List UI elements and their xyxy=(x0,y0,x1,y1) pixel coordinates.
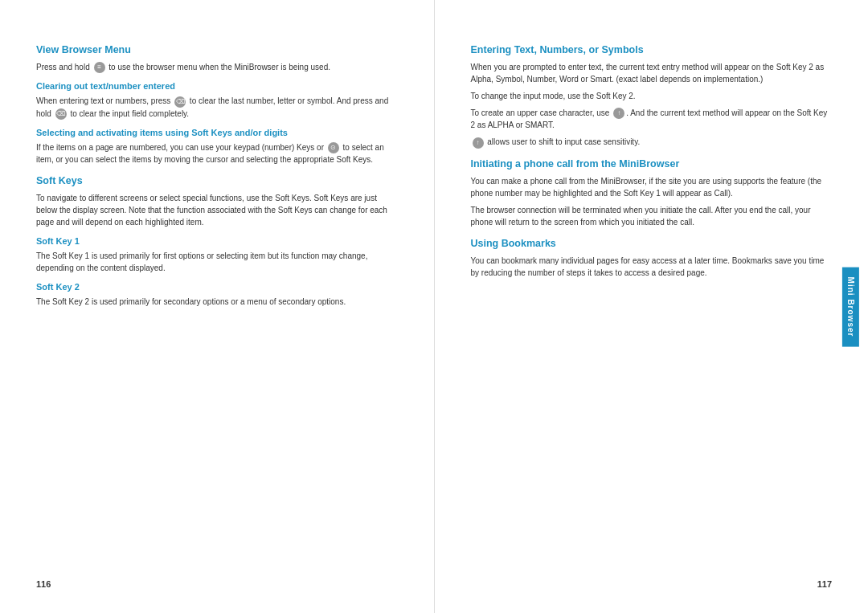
body-text-soft-key-1: The Soft Key 1 is used primarily for fir… xyxy=(36,250,398,274)
section-initiating-call: Initiating a phone call from the MiniBro… xyxy=(471,158,833,228)
section-title-soft-keys: Soft Keys xyxy=(36,175,398,186)
subsection-title-soft-key-1: Soft Key 1 xyxy=(36,236,398,246)
subsection-selecting-activating: Selecting and activating items using Sof… xyxy=(36,128,398,166)
section-title-initiating-call: Initiating a phone call from the MiniBro… xyxy=(471,158,833,170)
body-text-browser-menu-1: Press and hold ≡ to use the browser menu… xyxy=(36,61,398,73)
body-text-entering-2: To change the input mode, use the Soft K… xyxy=(471,90,833,102)
body-text-call-1: You can make a phone call from the MiniB… xyxy=(471,175,833,199)
body-text-entering-3: To create an upper case character, use ↑… xyxy=(471,107,833,131)
subsection-title-soft-key-2: Soft Key 2 xyxy=(36,282,398,292)
body-text-call-2: The browser connection will be terminate… xyxy=(471,204,833,228)
section-title-entering-text: Entering Text, Numbers, or Symbols xyxy=(471,44,833,55)
clear-all-icon: ⌫ xyxy=(55,108,67,120)
nav-icon: ⊙ xyxy=(328,142,339,153)
section-view-browser-menu: View Browser Menu Press and hold ≡ to us… xyxy=(36,44,398,166)
shift-icon: ↑ xyxy=(613,108,624,119)
menu-icon: ≡ xyxy=(94,62,105,73)
body-text-soft-keys-1: To navigate to different screens or sele… xyxy=(36,192,398,228)
section-title-view-browser-menu: View Browser Menu xyxy=(36,44,398,55)
page-number-left: 116 xyxy=(36,579,51,589)
body-text-entering-1: When you are prompted to enter text, the… xyxy=(471,61,833,85)
subsection-clearing-text: Clearing out text/number entered When en… xyxy=(36,81,398,120)
body-text-selecting-1: If the items on a page are numbered, you… xyxy=(36,141,398,166)
subsection-title-clearing-text: Clearing out text/number entered xyxy=(36,81,398,91)
page-spread: View Browser Menu Press and hold ≡ to us… xyxy=(0,0,868,613)
subsection-soft-key-1: Soft Key 1 The Soft Key 1 is used primar… xyxy=(36,236,398,274)
section-using-bookmarks: Using Bookmarks You can bookmark many in… xyxy=(471,238,833,279)
subsection-title-selecting-activating: Selecting and activating items using Sof… xyxy=(36,128,398,137)
body-text-soft-key-2: The Soft Key 2 is used primarily for sec… xyxy=(36,296,398,308)
body-text-clearing-1: When entering text or numbers, press ⌫ t… xyxy=(36,95,398,120)
page-right: Mini Browser Entering Text, Numbers, or … xyxy=(435,0,869,613)
section-entering-text: Entering Text, Numbers, or Symbols When … xyxy=(471,44,833,149)
shift-icon-2: ↑ xyxy=(473,137,484,149)
body-text-bookmarks-1: You can bookmark many individual pages f… xyxy=(471,255,833,279)
subsection-soft-key-2: Soft Key 2 The Soft Key 2 is used primar… xyxy=(36,282,398,308)
clear-icon: ⌫ xyxy=(174,96,186,108)
page-number-right: 117 xyxy=(817,579,832,589)
page-left: View Browser Menu Press and hold ≡ to us… xyxy=(0,0,435,613)
section-title-using-bookmarks: Using Bookmarks xyxy=(471,238,833,249)
mini-browser-tab: Mini Browser xyxy=(842,267,859,346)
body-text-entering-4: ↑ allows user to shift to input case sen… xyxy=(471,136,833,148)
section-soft-keys: Soft Keys To navigate to different scree… xyxy=(36,175,398,308)
